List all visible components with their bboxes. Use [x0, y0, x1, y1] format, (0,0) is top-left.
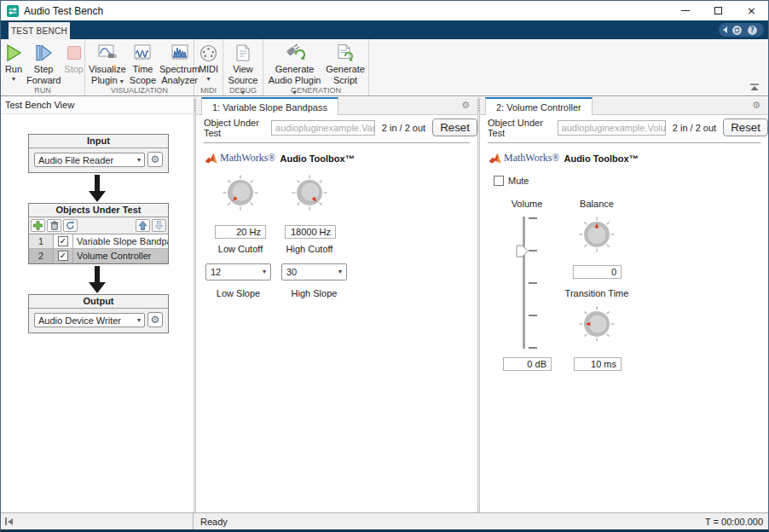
- section-run: Run Step Forward Stop RUN: [1, 39, 85, 95]
- reset-button[interactable]: Reset: [432, 119, 477, 136]
- low-slope-label: Low Slope: [205, 288, 271, 298]
- maximize-button[interactable]: [702, 1, 735, 20]
- high-slope-label: High Slope: [281, 288, 347, 298]
- product-name: Audio Toolbox™: [564, 153, 638, 164]
- move-down-button[interactable]: [152, 219, 166, 232]
- slider-handle: [517, 246, 528, 257]
- run-button[interactable]: Run: [4, 43, 23, 83]
- volume-controller-panel: 2: Volume Controller ⚙ Object Under Test…: [480, 97, 768, 512]
- spectrum-analyzer-icon: [171, 43, 189, 63]
- collapse-toolstrip-button[interactable]: [749, 84, 760, 91]
- low-slope-dropdown[interactable]: 12: [205, 263, 271, 280]
- high-cutoff-field[interactable]: 18000 Hz: [285, 225, 336, 239]
- object-name[interactable]: Variable Slope Bandpass: [73, 234, 168, 249]
- svg-text:?: ?: [750, 26, 755, 34]
- balance-field[interactable]: 0: [573, 265, 622, 279]
- io-count: 2 in / 2 out: [673, 123, 716, 133]
- transition-time-label: Transition Time: [554, 288, 639, 298]
- low-cutoff-knob[interactable]: [222, 174, 259, 213]
- high-cutoff-knob[interactable]: [291, 174, 328, 213]
- objects-under-test-header: Objects Under Test: [29, 204, 168, 217]
- panel1-object-row: Object Under Test audiopluginexample.Var…: [196, 116, 477, 139]
- low-cutoff-field[interactable]: 20 Hz: [215, 225, 266, 239]
- object-row-1[interactable]: 1 ✓ Variable Slope Bandpass: [29, 234, 168, 249]
- section-label-visualization: VISUALIZATION: [85, 86, 194, 95]
- mathworks-wordmark: MathWorks®: [504, 152, 559, 165]
- transition-time-knob[interactable]: [578, 305, 616, 344]
- title-bar: Audio Test Bench ×: [1, 1, 768, 20]
- midi-button[interactable]: MIDI: [198, 43, 219, 83]
- row-checkbox-cell: ✓: [54, 234, 73, 249]
- mathworks-wordmark: MathWorks®: [220, 152, 275, 165]
- variable-slope-bandpass-panel: 1: Variable Slope Bandpass ⚙ Object Unde…: [196, 97, 477, 512]
- delete-object-button[interactable]: [47, 219, 61, 232]
- visualize-plugin-button[interactable]: Visualize Plugin: [89, 43, 126, 86]
- mathworks-logo-icon: [205, 153, 217, 164]
- input-settings-button[interactable]: ⚙: [147, 152, 163, 167]
- add-object-button[interactable]: [31, 219, 45, 232]
- section-label-debug: DEBUG: [223, 86, 263, 95]
- object-row-2[interactable]: 2 ✓ Volume Controller: [29, 249, 168, 263]
- tab-variable-slope-bandpass[interactable]: 1: Variable Slope Bandpass: [201, 97, 338, 115]
- refresh-object-button[interactable]: [63, 219, 78, 232]
- mathworks-logo-icon: [489, 153, 501, 164]
- test-bench-view-panel: Test Bench View Input Audio File Reader …: [1, 97, 194, 512]
- transition-time-field[interactable]: 10 ms: [574, 357, 622, 371]
- output-device-dropdown[interactable]: Audio Device Writer: [34, 313, 145, 327]
- section-label-run: RUN: [1, 86, 84, 95]
- signal-flow-diagram: Input Audio File Reader ⚙ Objects Under …: [1, 114, 194, 512]
- high-slope-dropdown[interactable]: 30: [281, 263, 347, 280]
- divider: [488, 142, 760, 143]
- simulation-time: T = 00:00.000: [705, 517, 763, 527]
- object-under-test-field[interactable]: audiopluginexample.VarSlopeBand: [271, 120, 375, 136]
- tab-test-bench[interactable]: TEST BENCH: [9, 22, 70, 39]
- enabled-checkbox[interactable]: ✓: [58, 251, 68, 261]
- io-count: 2 in / 2 out: [382, 123, 425, 133]
- balance-knob[interactable]: [578, 216, 616, 255]
- panel2-object-row: Object Under Test audiopluginexample.Vol…: [480, 116, 768, 139]
- volume-slider[interactable]: [514, 215, 540, 355]
- dropdown-caret-icon: [12, 76, 15, 83]
- panel2-tabbar: 2: Volume Controller ⚙: [480, 97, 768, 115]
- help-icon[interactable]: ?: [747, 25, 758, 36]
- flow-arrow-down-icon: [86, 175, 108, 203]
- panel1-settings-gear-icon[interactable]: ⚙: [461, 101, 470, 110]
- collapse-panel-button[interactable]: [5, 518, 13, 525]
- brand-row: MathWorks® Audio Toolbox™: [489, 152, 639, 165]
- divider: [204, 142, 470, 143]
- panel2-settings-gear-icon[interactable]: ⚙: [752, 101, 760, 110]
- sync-icon[interactable]: [731, 25, 743, 36]
- time-scope-button[interactable]: Time Scope: [130, 43, 156, 86]
- object-under-test-label: Object Under Test: [204, 118, 264, 138]
- visualize-plugin-icon: [97, 43, 118, 63]
- high-cutoff-label: High Cutoff: [275, 244, 344, 254]
- status-left-cell: [1, 513, 194, 529]
- flow-arrow-down-icon: [86, 266, 108, 294]
- close-button[interactable]: ×: [735, 1, 768, 20]
- row-number: 2: [29, 249, 54, 263]
- section-visualization: Visualize Plugin Time Scope: [85, 39, 194, 95]
- app-icon: [7, 5, 19, 17]
- input-box: Input Audio File Reader ⚙: [28, 134, 169, 173]
- input-source-dropdown[interactable]: Audio File Reader: [34, 153, 145, 167]
- section-label-midi: MIDI: [194, 86, 223, 95]
- output-settings-button[interactable]: ⚙: [147, 312, 163, 327]
- generate-script-button[interactable]: Generate Script: [326, 43, 365, 86]
- reset-button[interactable]: Reset: [723, 119, 768, 136]
- stop-button[interactable]: Stop: [64, 43, 84, 75]
- step-forward-icon: [34, 43, 53, 63]
- object-under-test-field[interactable]: audiopluginexample.VolumeControl: [558, 120, 666, 136]
- volume-field[interactable]: 0 dB: [503, 357, 552, 371]
- object-name[interactable]: Volume Controller: [73, 249, 168, 263]
- mute-checkbox[interactable]: [494, 176, 504, 186]
- step-forward-button[interactable]: Step Forward: [26, 43, 61, 86]
- row-number: 1: [29, 234, 54, 249]
- minimize-button[interactable]: [668, 1, 702, 20]
- stop-icon: [65, 43, 84, 63]
- move-up-button[interactable]: [136, 219, 150, 232]
- collapse-left-icon[interactable]: [723, 26, 727, 33]
- run-icon: [4, 43, 23, 63]
- status-bar: Ready T = 00:00.000: [1, 512, 768, 529]
- enabled-checkbox[interactable]: ✓: [58, 236, 68, 246]
- tab-volume-controller[interactable]: 2: Volume Controller: [485, 97, 593, 115]
